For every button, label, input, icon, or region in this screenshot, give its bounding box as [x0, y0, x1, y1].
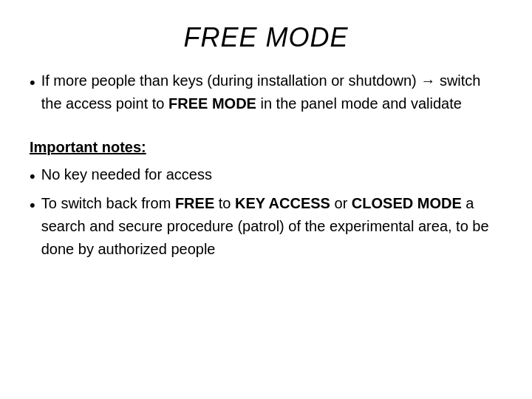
- important-text-1: No key needed for access: [41, 163, 502, 186]
- page: FREE MODE • If more people than keys (du…: [0, 0, 532, 399]
- first-bullet-section: • If more people than keys (during insta…: [30, 69, 502, 115]
- important-bullet-2: • To switch back from FREE to KEY ACCESS…: [30, 192, 502, 261]
- bullet1-intro: If more people than keys (during install…: [41, 72, 421, 89]
- important-dot-1: •: [30, 164, 35, 189]
- important-section: Important notes: • No key needed for acc…: [30, 139, 502, 261]
- important-bullet-1: • No key needed for access: [30, 163, 502, 189]
- page-title: FREE MODE: [30, 22, 502, 53]
- bullet1-end: in the panel mode and validate: [256, 95, 462, 112]
- important-notes-title: Important notes:: [30, 139, 502, 156]
- important-text-2: To switch back from FREE to KEY ACCESS o…: [41, 192, 502, 261]
- bullet1-bold: FREE MODE: [168, 95, 256, 112]
- ib2-free: FREE: [175, 195, 214, 211]
- important-dot-2: •: [30, 193, 35, 218]
- ib2-mid1: to: [214, 195, 235, 211]
- bullet1-arrow: →: [420, 72, 435, 89]
- bullet-item-1: • If more people than keys (during insta…: [30, 69, 502, 115]
- bullet-text-1: If more people than keys (during install…: [41, 69, 502, 115]
- ib2-mid2: or: [330, 195, 352, 211]
- ib2-key-access: KEY ACCESS: [235, 195, 330, 211]
- bullet-dot-1: •: [30, 70, 35, 95]
- ib2-prefix: To switch back from: [41, 195, 175, 211]
- ib2-closed-mode: CLOSED MODE: [352, 195, 462, 211]
- important-bullets: • No key needed for access • To switch b…: [30, 163, 502, 261]
